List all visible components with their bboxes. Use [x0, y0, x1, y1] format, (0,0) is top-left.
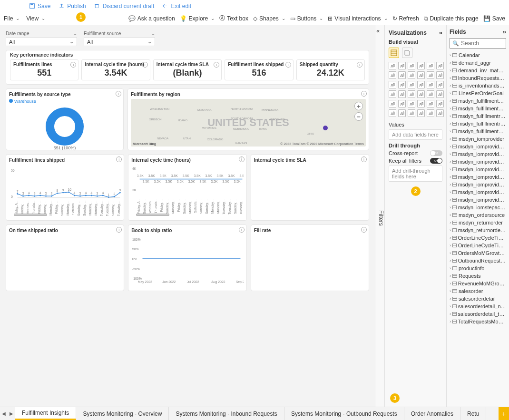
viz-type-icon[interactable] — [389, 81, 396, 88]
chart-cycle-time[interactable]: Internal cycle time (hours) i 4K3K3.5K3.… — [128, 154, 246, 221]
card-book-to-ship[interactable]: Book to ship ratio i 100%50%0%-50%-100%M… — [128, 225, 246, 291]
viz-type-icon[interactable] — [408, 100, 415, 107]
info-icon[interactable]: i — [142, 62, 148, 68]
textbox-button[interactable]: ⒶText box — [219, 14, 248, 22]
expand-filters-icon[interactable]: « — [376, 27, 380, 34]
info-icon[interactable]: i — [214, 62, 219, 68]
field-table-item[interactable]: ›msdyn_returnorderdetail — [450, 226, 506, 234]
field-table-item[interactable]: ›msdyn_iomproviderme... — [450, 196, 506, 204]
field-table-item[interactable]: ›OrdersMoMGrowthRat... — [450, 249, 506, 257]
page-tab[interactable]: Order Anomalies — [404, 407, 460, 420]
info-icon[interactable]: i — [116, 156, 122, 162]
viz-type-icon[interactable] — [398, 90, 406, 98]
kpi-card[interactable]: iFulfillments lines551 — [10, 59, 78, 80]
field-table-item[interactable]: ›msdyn_iomstepactione... — [450, 204, 506, 211]
field-table-item[interactable]: ›salesorderdetail_totalor... — [450, 310, 506, 318]
field-table-item[interactable]: ›msdyn_iomprovideracti... — [450, 150, 506, 158]
map-card[interactable]: Fulfillments by region i UNITED STATES W… — [127, 88, 369, 150]
viz-type-icon[interactable] — [436, 71, 444, 79]
viz-type-icon[interactable] — [408, 90, 415, 98]
page-tab[interactable]: Retu — [460, 407, 486, 420]
field-table-item[interactable]: ›msdyn_fulfillmentsource — [450, 127, 506, 135]
donut-chart-card[interactable]: Fulfillments by source type i Warehouse … — [6, 88, 124, 150]
field-table-item[interactable]: ›salesorderdetail — [450, 295, 506, 303]
viz-type-icon[interactable] — [398, 71, 406, 79]
field-table-item[interactable]: ›msdyn_iomprovideracti... — [450, 143, 506, 150]
viz-type-icon[interactable] — [398, 62, 406, 69]
viz-type-icon[interactable] — [417, 62, 425, 69]
kpi-card[interactable]: iInternal cycle time (hours)3.54K — [81, 59, 150, 80]
values-field-well[interactable]: Add data fields here — [389, 129, 442, 140]
tabs-scroll-right[interactable]: ▶ — [8, 407, 15, 420]
fields-search-box[interactable]: 🔍 — [450, 38, 506, 49]
field-table-item[interactable]: ›msdyn_fulfillmentorder — [450, 97, 506, 105]
tabs-scroll-left[interactable]: ◀ — [0, 407, 8, 420]
page-tab[interactable]: Systems Monitoring - Outbound Requests — [284, 407, 404, 420]
viz-type-icon[interactable] — [436, 90, 444, 98]
discard-button[interactable]: Discard current draft — [94, 3, 155, 10]
field-table-item[interactable]: ›salesorderdetail_newor... — [450, 303, 506, 310]
viz-type-icon[interactable] — [417, 109, 425, 117]
field-table-item[interactable]: ›Calendar — [450, 51, 506, 59]
field-table-item[interactable]: ›InboundRequestsMoM... — [450, 74, 506, 82]
viz-type-icon[interactable] — [408, 71, 415, 79]
ask-question-button[interactable]: 💬Ask a question — [128, 15, 175, 22]
field-table-item[interactable]: ›msdyn_iomproviderme... — [450, 181, 506, 188]
drill-through-field-well[interactable]: Add drill-through fields here — [389, 166, 442, 182]
cross-report-toggle[interactable]: Off — [430, 150, 442, 156]
viz-type-icon[interactable] — [398, 100, 406, 107]
viz-type-icon[interactable] — [427, 71, 434, 79]
filters-panel-collapsed[interactable]: « Filters — [375, 25, 384, 407]
report-canvas[interactable]: Date range⌄ All⌄ Fulfillment source⌄ All… — [0, 25, 375, 407]
viz-type-icon[interactable] — [417, 81, 425, 88]
file-menu[interactable]: File — [4, 15, 20, 22]
build-fields-tab[interactable] — [389, 48, 399, 58]
info-icon[interactable]: i — [285, 62, 291, 68]
viz-type-icon[interactable] — [427, 90, 434, 98]
chart-cycle-sla[interactable]: Internal cycle time SLA i — [251, 154, 369, 221]
card-on-time-ratio[interactable]: On time shipped ratio i — [6, 225, 124, 291]
date-range-slicer[interactable]: Date range⌄ All⌄ — [6, 31, 77, 46]
viz-type-icon[interactable] — [436, 62, 444, 69]
viz-type-icon[interactable] — [436, 100, 444, 107]
publish-button[interactable]: Publish — [58, 3, 86, 10]
viz-type-icon[interactable] — [436, 109, 444, 117]
collapse-panel-icon[interactable]: » — [439, 29, 442, 36]
viz-type-icon[interactable] — [398, 81, 406, 88]
shapes-button[interactable]: ◇Shapes — [253, 15, 285, 22]
viz-type-icon[interactable] — [427, 62, 434, 69]
visual-interactions-button[interactable]: ⊞Visual interactions — [328, 15, 387, 22]
viz-type-icon[interactable] — [389, 90, 396, 98]
page-tab[interactable]: Fulfillment Insights — [15, 407, 76, 420]
field-table-item[interactable]: ›Requests — [450, 272, 506, 280]
kpi-card[interactable]: iInternal cycle time SLA(Blank) — [153, 59, 222, 80]
viz-type-icon[interactable] — [417, 71, 425, 79]
viz-type-icon[interactable] — [408, 81, 415, 88]
fields-search-input[interactable] — [461, 40, 503, 47]
field-table-item[interactable]: ›productinfo — [450, 264, 506, 272]
field-table-item[interactable]: ›OrderLineCycleTimeGoal — [450, 234, 506, 242]
info-icon[interactable]: i — [361, 91, 367, 97]
info-icon[interactable]: i — [361, 156, 367, 162]
viz-type-icon[interactable] — [408, 109, 415, 117]
field-table-item[interactable]: ›msdyn_iomproviderme... — [450, 173, 506, 181]
zoom-in-button[interactable]: + — [354, 102, 363, 110]
viz-type-icon[interactable] — [417, 90, 425, 98]
viz-type-icon[interactable] — [417, 100, 425, 107]
viz-type-icon[interactable] — [389, 100, 396, 107]
map-bubble[interactable] — [323, 126, 328, 130]
field-table-item[interactable]: ›msdyn_fulfillmentorder... — [450, 105, 506, 112]
field-table-item[interactable]: ›demand_inv_matching — [450, 67, 506, 74]
info-icon[interactable]: i — [239, 156, 245, 162]
chart-lines-shipped[interactable]: Fulfillment lines shipped i 500734343389… — [6, 154, 124, 221]
page-tab[interactable]: Systems Monitoring - Inbound Requests — [169, 407, 284, 420]
field-table-item[interactable]: ›demand_aggr — [450, 59, 506, 67]
viz-type-icon[interactable] — [408, 62, 415, 69]
viz-type-icon[interactable] — [427, 109, 434, 117]
viz-type-icon[interactable] — [389, 62, 396, 69]
field-table-item[interactable]: ›OrderLineCycleTimeSLA — [450, 242, 506, 249]
info-icon[interactable]: i — [361, 227, 367, 233]
build-format-tab[interactable] — [402, 48, 412, 58]
field-table-item[interactable]: ›msdyn_iomproviderdefi... — [450, 166, 506, 173]
chevron-down-icon[interactable]: ⌄ — [69, 39, 74, 45]
